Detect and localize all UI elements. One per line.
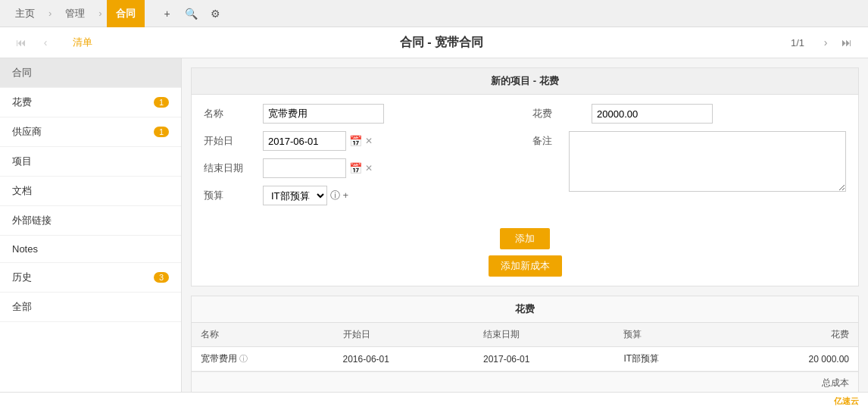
search-icon[interactable]: 🔍 (181, 3, 202, 24)
form-left: 名称 开始日 📅 ✕ 结束日期 (204, 104, 517, 213)
row-info-icon[interactable]: ⓘ (239, 354, 248, 363)
budget-label: 预算 (204, 186, 257, 202)
form-grid: 名称 开始日 📅 ✕ 结束日期 (192, 95, 858, 222)
add-cost-button[interactable]: 添加新成本 (489, 255, 562, 277)
end-date-calendar-icon[interactable]: 📅 (349, 162, 362, 174)
table-title: 花费 (192, 296, 858, 323)
cell-cost: 20 000.00 (731, 347, 858, 371)
end-date-clear-icon[interactable]: ✕ (365, 163, 373, 174)
end-date-wrapper: 📅 ✕ (263, 158, 373, 178)
col-header-budget: 预算 (614, 323, 730, 347)
nav-sep-1: › (48, 8, 52, 19)
prev-record-button[interactable]: ‹ (36, 33, 55, 52)
sidebar-item-history[interactable]: 历史 3 (0, 263, 181, 293)
sidebar-label-contract: 合同 (12, 66, 32, 80)
start-date-wrapper: 📅 ✕ (263, 131, 373, 151)
record-title: 合同 - 宽带合同 (98, 35, 785, 51)
table-header-row: 名称 开始日 结束日期 预算 花费 (192, 323, 858, 347)
notes-textarea[interactable] (569, 131, 846, 192)
form-row-name: 名称 (204, 104, 517, 124)
sidebar-label-notes: Notes (12, 243, 38, 255)
sidebar-label-history: 历史 (12, 271, 32, 284)
start-date-label: 开始日 (204, 131, 257, 148)
form-right: 花费 备注 (532, 104, 846, 213)
sidebar-item-notes[interactable]: Notes (0, 236, 181, 263)
form-row-start-date: 开始日 📅 ✕ (204, 131, 517, 151)
record-nav: ⏮ ‹ 清单 合同 - 宽带合同 1/1 › ⏭ (0, 27, 868, 58)
data-table: 名称 开始日 结束日期 预算 花费 宽带费用 ⓘ 2016-06-01 2017… (192, 323, 858, 371)
last-record-button[interactable]: ⏭ (838, 33, 856, 52)
form-row-notes: 备注 (532, 131, 846, 194)
form-actions: 添加 添加新成本 (192, 222, 858, 286)
cost-input[interactable] (592, 104, 713, 124)
record-count: 1/1 (791, 37, 804, 49)
footer-logo: 亿速云 (834, 396, 859, 407)
sidebar-label-external-link: 外部链接 (12, 214, 52, 227)
sidebar-label-all: 全部 (12, 300, 32, 314)
menu-icon[interactable]: ⚙ (205, 3, 226, 24)
sidebar-badge-supplier: 1 (154, 127, 169, 137)
budget-add-icon[interactable]: ⓘ + (330, 189, 348, 202)
main-container: ⏮ ‹ 清单 合同 - 宽带合同 1/1 › ⏭ 合同 花费 1 供应商 1 项… (0, 27, 868, 410)
sidebar-item-supplier[interactable]: 供应商 1 (0, 117, 181, 147)
sidebar-label-project: 项目 (12, 155, 32, 168)
cost-label: 花费 (532, 104, 585, 120)
form-panel: 新的项目 - 花费 名称 开始日 📅 ✕ (191, 67, 859, 286)
sidebar-label-supplier: 供应商 (12, 125, 42, 139)
record-nav-right: › ⏭ (816, 33, 856, 52)
name-label: 名称 (204, 104, 257, 120)
sidebar-item-all[interactable]: 全部 (0, 293, 181, 322)
name-input[interactable] (263, 104, 384, 124)
total-label: 总成本 (822, 377, 849, 390)
budget-select-wrapper: IT部预算 ⓘ + (263, 186, 348, 205)
cell-budget: IT部预算 (614, 347, 730, 371)
start-date-calendar-icon[interactable]: 📅 (349, 135, 362, 147)
form-row-cost: 花费 (532, 104, 846, 124)
content-area: 合同 花费 1 供应商 1 项目 文档 外部链接 Notes (0, 58, 868, 392)
cell-end-date: 2017-06-01 (474, 347, 614, 371)
next-record-button[interactable]: › (816, 33, 835, 52)
sidebar-label-document: 文档 (12, 184, 32, 198)
add-button[interactable]: 添加 (500, 228, 550, 249)
cell-start-date: 2016-06-01 (334, 347, 474, 371)
start-date-clear-icon[interactable]: ✕ (365, 136, 373, 146)
form-panel-header: 新的项目 - 花费 (192, 68, 858, 95)
form-area: 新的项目 - 花费 名称 开始日 📅 ✕ (182, 58, 868, 392)
budget-select[interactable]: IT部预算 (263, 186, 327, 205)
sidebar: 合同 花费 1 供应商 1 项目 文档 外部链接 Notes (0, 58, 182, 392)
col-header-name: 名称 (192, 323, 334, 347)
nav-home[interactable]: 主页 (6, 0, 44, 27)
top-nav: 主页 › 管理 › 合同 + 🔍 ⚙ (0, 0, 868, 27)
footer: 亿速云 (0, 392, 868, 410)
sidebar-badge-cost: 1 (154, 97, 169, 108)
add-button[interactable]: + (157, 3, 178, 24)
sidebar-item-cost[interactable]: 花费 1 (0, 88, 181, 117)
sidebar-label-cost: 花费 (12, 95, 32, 109)
total-row: 总成本 (192, 371, 858, 392)
table-row[interactable]: 宽带费用 ⓘ 2016-06-01 2017-06-01 IT部预算 20 00… (192, 347, 858, 371)
sidebar-item-document[interactable]: 文档 (0, 177, 181, 206)
end-date-label: 结束日期 (204, 158, 257, 175)
sidebar-item-contract[interactable]: 合同 (0, 58, 181, 88)
nav-manage[interactable]: 管理 (56, 0, 94, 27)
sidebar-badge-history: 3 (154, 272, 169, 283)
end-date-input[interactable] (263, 158, 346, 178)
col-header-start-date: 开始日 (334, 323, 474, 347)
first-record-button[interactable]: ⏮ (12, 33, 30, 52)
cell-name: 宽带费用 ⓘ (192, 347, 334, 371)
table-section: 花费 名称 开始日 结束日期 预算 花费 宽带费用 ⓘ 2016-06-01 (191, 296, 859, 392)
sidebar-item-project[interactable]: 项目 (0, 147, 181, 177)
list-link[interactable]: 清单 (73, 36, 92, 49)
notes-textarea-wrapper (569, 131, 846, 194)
notes-label: 备注 (532, 131, 563, 148)
form-row-end-date: 结束日期 📅 ✕ (204, 158, 517, 178)
start-date-input[interactable] (263, 131, 346, 151)
sidebar-item-external-link[interactable]: 外部链接 (0, 206, 181, 236)
col-header-end-date: 结束日期 (474, 323, 614, 347)
form-row-budget: 预算 IT部预算 ⓘ + (204, 186, 517, 205)
nav-sep-2: › (98, 8, 101, 19)
col-header-cost: 花费 (731, 323, 858, 347)
nav-contract[interactable]: 合同 (107, 0, 145, 27)
